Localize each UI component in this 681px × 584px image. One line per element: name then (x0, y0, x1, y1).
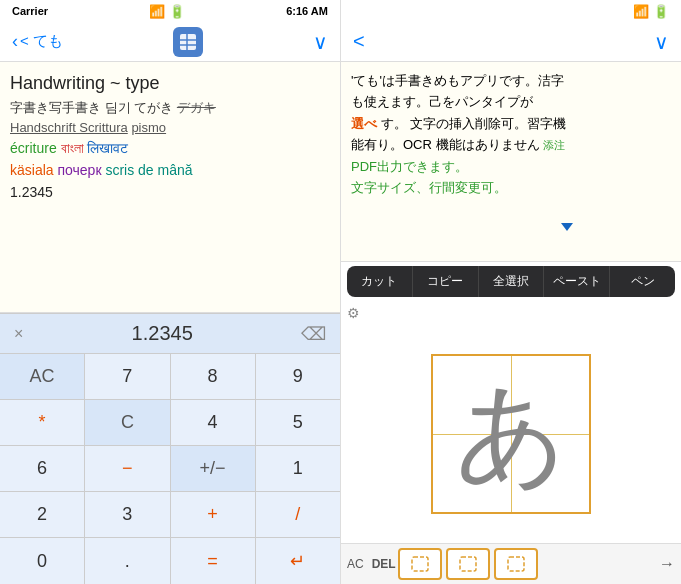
arrow-right-icon[interactable]: → (659, 555, 675, 573)
nav-bar-right: < ∨ (341, 22, 681, 62)
svg-rect-4 (412, 557, 428, 571)
status-bar-right: 📶 🔋 (341, 0, 681, 22)
backspace-icon[interactable]: ⌫ (301, 323, 326, 345)
right-line1: 'ても'は手書きめもアプリです。洁字 (351, 70, 671, 91)
svg-rect-0 (180, 34, 196, 50)
writing-area-left[interactable]: Handwriting ~ type 字書き写手書き 딤기 てがき デガキ Ha… (0, 62, 340, 313)
calc-divide[interactable]: / (256, 492, 340, 537)
select-all-button[interactable]: 全選択 (479, 266, 545, 297)
line-handwriting: Handwriting ~ type (10, 70, 330, 98)
table-icon (178, 32, 198, 52)
cut-button[interactable]: カット (347, 266, 413, 297)
hw-toolbar: ⚙ (341, 301, 681, 325)
svg-rect-6 (508, 557, 524, 571)
nav-bar-left: ‹ < ても ∨ (0, 22, 340, 62)
context-menu: カット コピー 全選択 ペースト ペン (347, 266, 675, 297)
calc-c[interactable]: C (85, 400, 169, 445)
calc-0[interactable]: 0 (0, 538, 84, 584)
multiply-symbol: × (14, 325, 23, 343)
cursor-indicator (561, 223, 573, 231)
hw-character: あ (455, 360, 568, 509)
calc-8[interactable]: 8 (171, 354, 255, 399)
calc-3[interactable]: 3 (85, 492, 169, 537)
calc-9[interactable]: 9 (256, 354, 340, 399)
right-panel: 📶 🔋 < ∨ 'ても'は手書きめもアプリです。洁字 も使えます。己をパンタイプ… (340, 0, 681, 584)
paste-button[interactable]: ペースト (544, 266, 610, 297)
calc-negate[interactable]: +/− (171, 446, 255, 491)
hw-canvas[interactable]: あ (351, 325, 671, 543)
line-multilang1: 字書き写手書き 딤기 てがき デガキ (10, 98, 330, 118)
calc-display: × 1.2345 ⌫ (0, 314, 340, 354)
calc-dot[interactable]: . (85, 538, 169, 584)
status-bar-left: Carrier 📶 🔋 6:16 AM (0, 0, 340, 22)
calc-plus[interactable]: + (171, 492, 255, 537)
hw-btn-icon-2 (458, 555, 478, 573)
calc-4[interactable]: 4 (171, 400, 255, 445)
copy-button[interactable]: コピー (413, 266, 479, 297)
calc-7[interactable]: 7 (85, 354, 169, 399)
calc-5[interactable]: 5 (256, 400, 340, 445)
hw-btn-3[interactable] (494, 548, 538, 580)
calc-multiply-btn[interactable]: * (0, 400, 84, 445)
gear-icon[interactable]: ⚙ (347, 305, 360, 321)
chevron-down-left[interactable]: ∨ (313, 30, 328, 54)
calc-minus[interactable]: − (85, 446, 169, 491)
pen-button[interactable]: ペン (610, 266, 675, 297)
right-line2: も使えます。己をパンタイプが (351, 91, 671, 112)
calc-6[interactable]: 6 (0, 446, 84, 491)
hw-input-area: ⚙ あ AC DEL (341, 301, 681, 584)
calc-equals[interactable]: = (171, 538, 255, 584)
calc-enter[interactable]: ↵ (256, 538, 340, 584)
line-number: 1.2345 (10, 182, 330, 204)
svg-rect-5 (460, 557, 476, 571)
app-icon (173, 27, 203, 57)
right-line6: 文字サイズ、行間変更可。 (351, 177, 671, 198)
left-panel: Carrier 📶 🔋 6:16 AM ‹ < ても ∨ Handwriting… (0, 0, 340, 584)
hw-bottom-bar: AC DEL → (341, 543, 681, 584)
hw-btn-icon-3 (506, 555, 526, 573)
katakana-text: デガキ (177, 100, 216, 115)
calc-button-grid: AC 7 8 9 * C 4 5 6 − +/− 1 2 3 + / 0 . =… (0, 354, 340, 584)
calculator-area: × 1.2345 ⌫ AC 7 8 9 * C 4 5 6 − +/− 1 2 … (0, 313, 340, 584)
right-line5: PDF出力できます。 (351, 156, 671, 177)
calc-2[interactable]: 2 (0, 492, 84, 537)
line-multilang4: käsiala почерк scris de mână (10, 160, 330, 182)
hw-btn-1[interactable] (398, 548, 442, 580)
line-multilang2: Handschrift Scrittura pismo (10, 118, 330, 138)
ac-label: AC (347, 557, 364, 571)
back-button-left[interactable]: ‹ < ても (12, 31, 63, 52)
del-label[interactable]: DEL (372, 557, 396, 571)
back-button-right[interactable]: < (353, 30, 365, 53)
calc-ac[interactable]: AC (0, 354, 84, 399)
calc-value: 1.2345 (23, 322, 301, 345)
back-label: < ても (20, 32, 63, 51)
hw-grid: あ (431, 354, 591, 514)
right-line3: 選べ す。 文字の挿入削除可。習字機 (351, 113, 671, 134)
hw-btn-2[interactable] (446, 548, 490, 580)
cjk-text: 字書き写手書き 딤기 てがき (10, 100, 173, 115)
carrier-label: Carrier (12, 5, 48, 17)
calc-1[interactable]: 1 (256, 446, 340, 491)
right-line4: 能有り。OCR 機能はありません 添注 (351, 134, 671, 155)
hw-btn-icon-1 (410, 555, 430, 573)
time-label: 6:16 AM (286, 5, 328, 17)
line-multilang3: écriture বাংলা लिखावट (10, 138, 330, 160)
chevron-down-right[interactable]: ∨ (654, 30, 669, 54)
writing-area-right[interactable]: 'ても'は手書きめもアプリです。洁字 も使えます。己をパンタイプが 選べ す。 … (341, 62, 681, 262)
